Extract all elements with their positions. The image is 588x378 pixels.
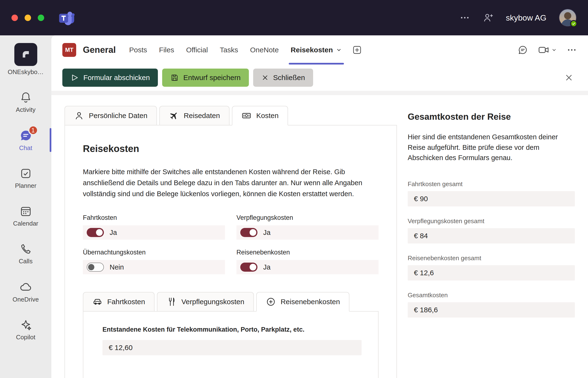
- chevron-down-icon: [551, 47, 557, 53]
- summary-fields: Fahrtkosten gesamt € 90 Verpflegungskost…: [408, 180, 575, 318]
- avatar[interactable]: [559, 9, 576, 27]
- sidebar-item-label: Activity: [16, 107, 35, 113]
- add-tab-button[interactable]: [352, 45, 362, 55]
- summary-description: Hier sind die entstandenen Gesamtkosten …: [408, 132, 575, 163]
- window-minimize-button[interactable]: [25, 14, 31, 21]
- summary-field-gesamtkosten: Gesamtkosten € 186,6: [408, 292, 575, 318]
- summary-field-fahrtkosten: Fahrtkosten gesamt € 90: [408, 180, 575, 206]
- invite-people-icon[interactable]: [483, 12, 493, 23]
- submit-form-button[interactable]: Formular abschicken: [62, 68, 158, 87]
- switch-label: Fahrtkosten: [83, 214, 225, 221]
- avatar-head-shape: [564, 12, 571, 19]
- sidebar-item-calendar[interactable]: Calendar: [0, 197, 51, 235]
- toggle-knob: [88, 264, 94, 270]
- app-rail: ONEskybo… Activity 1 Chat: [0, 35, 51, 378]
- uebernachtungskosten-toggle[interactable]: [87, 263, 104, 272]
- window-close-button[interactable]: [12, 14, 18, 21]
- form-heading: Reisekosten: [83, 143, 379, 154]
- switch-group-fahrtkosten: Fahrtkosten Ja: [83, 214, 225, 240]
- chevron-down-icon: [336, 47, 342, 53]
- team-avatar: MT: [62, 43, 76, 57]
- sidebar-item-label: Calls: [19, 258, 33, 264]
- open-chat-icon[interactable]: [517, 44, 528, 55]
- sidebar-item-label: Copilot: [16, 334, 35, 340]
- tab-reisekosten[interactable]: Reisekosten: [291, 35, 342, 65]
- titlebar: skybow AG: [0, 0, 588, 35]
- tab-official[interactable]: Official: [186, 35, 208, 65]
- switch-label: Verpflegungskosten: [236, 214, 379, 221]
- verpflegungskosten-toggle[interactable]: [240, 228, 258, 237]
- tab-label: Persönliche Daten: [89, 112, 147, 120]
- summary-heading: Gesamtkosten der Reise: [408, 112, 575, 122]
- tab-verpflegungskosten[interactable]: Verpflegungskosten: [157, 292, 254, 311]
- cost-field-label: Entstandene Kosten für Telekommunikation…: [103, 326, 359, 333]
- send-icon: [70, 73, 79, 82]
- org-name[interactable]: skybow AG: [506, 13, 547, 23]
- summary-field-verpflegungskosten: Verpflegungskosten gesamt € 84: [408, 217, 575, 243]
- tab-tasks[interactable]: Tasks: [220, 35, 238, 65]
- close-form-button[interactable]: Schließen: [253, 68, 313, 87]
- summary-value: € 84: [408, 228, 575, 243]
- channel-title: General: [83, 45, 116, 55]
- tab-label: Reisekosten: [291, 46, 333, 54]
- reisenebenkosten-toggle[interactable]: [240, 263, 258, 272]
- tab-reisedaten[interactable]: Reisedaten: [159, 106, 230, 125]
- teams-logo-icon: [58, 10, 75, 26]
- tab-posts[interactable]: Posts: [129, 35, 147, 65]
- summary-label: Reisenebenkosten gesamt: [408, 255, 575, 262]
- fahrtkosten-toggle[interactable]: [87, 228, 104, 237]
- summary-label: Fahrtkosten gesamt: [408, 180, 575, 188]
- bell-icon: [20, 91, 32, 104]
- switch-group-verpflegungskosten: Verpflegungskosten Ja: [236, 214, 379, 240]
- tab-reisenebenkosten[interactable]: Reisenebenkosten: [256, 292, 350, 311]
- kosten-tab-panel: Reisekosten Markiere bitte mithilfe der …: [65, 125, 397, 378]
- switch-value: Ja: [263, 229, 271, 237]
- titlebar-more-icon[interactable]: [459, 13, 470, 23]
- reisenebenkosten-panel: Entstandene Kosten für Telekommunikation…: [83, 311, 379, 378]
- save-draft-label: Entwurf speichern: [183, 74, 240, 82]
- tab-onenote[interactable]: OneNote: [250, 35, 279, 65]
- tab-fahrtkosten[interactable]: Fahrtkosten: [83, 292, 155, 311]
- switch-label: Übernachtungskosten: [83, 249, 225, 256]
- status-available-icon: [570, 20, 577, 27]
- save-draft-button[interactable]: Entwurf speichern: [162, 68, 249, 87]
- sidebar-item-copilot[interactable]: Copilot: [0, 310, 51, 348]
- meet-now-button[interactable]: [538, 44, 557, 56]
- form-tabs: Persönliche Daten Reisedaten: [65, 106, 397, 125]
- switch-group-reisenebenkosten: Reisenebenkosten Ja: [236, 249, 379, 274]
- sidebar-item-oneskybow[interactable]: ONEskybo…: [0, 38, 51, 83]
- tab-label: Files: [159, 46, 174, 54]
- dismiss-panel-button[interactable]: [564, 73, 574, 82]
- sidebar-item-chat[interactable]: 1 Chat: [0, 121, 51, 159]
- cost-input[interactable]: € 12,60: [103, 340, 362, 355]
- tab-label: Tasks: [220, 46, 238, 54]
- channel-header: MT General Posts Files Official Tasks On…: [51, 35, 588, 65]
- toolbar-divider: [51, 91, 588, 95]
- switch-row: Ja: [83, 225, 225, 240]
- tab-files[interactable]: Files: [159, 35, 174, 65]
- planner-icon: [20, 167, 32, 180]
- money-icon: [241, 111, 251, 121]
- tab-kosten[interactable]: Kosten: [232, 106, 288, 125]
- expense-form: Persönliche Daten Reisedaten: [65, 106, 397, 378]
- switch-row: Nein: [83, 260, 225, 274]
- tab-label: OneNote: [250, 46, 279, 54]
- summary-field-reisenebenkosten: Reisenebenkosten gesamt € 12,6: [408, 255, 575, 281]
- sidebar-item-label: Calendar: [13, 220, 39, 227]
- copilot-icon: [20, 319, 32, 331]
- tab-persoenliche-daten[interactable]: Persönliche Daten: [65, 106, 157, 125]
- switch-value: Ja: [263, 263, 271, 271]
- sidebar-item-activity[interactable]: Activity: [0, 83, 51, 121]
- switch-group-uebernachtungskosten: Übernachtungskosten Nein: [83, 249, 225, 274]
- save-icon: [170, 73, 179, 82]
- form-toolbar: Formular abschicken Entwurf speichern Sc…: [51, 65, 588, 91]
- more-options-icon[interactable]: [566, 45, 577, 55]
- sidebar-item-onedrive[interactable]: OneDrive: [0, 272, 51, 310]
- sidebar-item-calls[interactable]: Calls: [0, 235, 51, 272]
- close-form-label: Schließen: [273, 74, 305, 82]
- toggle-knob: [249, 264, 256, 270]
- sidebar-item-planner[interactable]: Planner: [0, 159, 51, 197]
- tab-label: Reisedaten: [184, 112, 220, 120]
- switch-label: Reisenebenkosten: [236, 249, 379, 256]
- window-zoom-button[interactable]: [38, 14, 44, 21]
